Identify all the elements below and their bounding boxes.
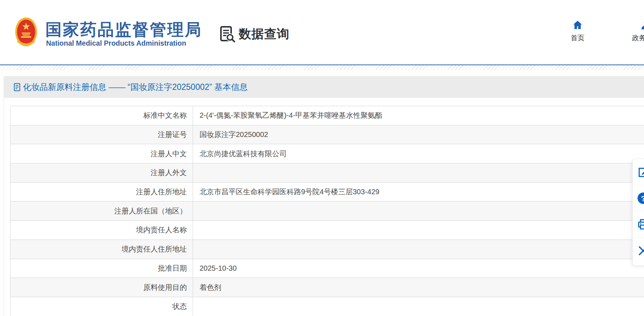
row-label: 注册人中文 (11, 144, 193, 163)
help-icon: ? (637, 192, 644, 205)
data-query-section[interactable]: 数据查询 (219, 25, 290, 43)
nav-label: 政务服务 (632, 33, 644, 43)
row-value: 2025-10-30 (193, 259, 644, 278)
row-label: 原料使用目的 (11, 278, 193, 297)
svg-text:?: ? (641, 194, 644, 202)
row-value (193, 163, 644, 182)
top-nav: 首页 政务服务 (558, 20, 644, 43)
brand-title-en: National Medical Products Administration (46, 39, 186, 47)
row-label: 注册证号 (11, 125, 193, 144)
row-value: 2-(4'-偶氮-苯胺聚氧乙烯醚)-4-甲基苯并噻唑基水性聚氨酯 (193, 106, 644, 125)
table-row: 境内责任人住所地址 (11, 240, 644, 259)
table-row: 境内责任人名称 (11, 221, 644, 240)
content-container: 化妆品新原料注册信息 —— “国妆原注字20250002” 基本信息 标准中文名… (4, 76, 644, 316)
hatch-stripe-band (0, 65, 644, 70)
edit-icon (637, 166, 644, 179)
row-value: 着色剂 (193, 278, 644, 297)
row-label: 状态 (11, 297, 193, 316)
row-value: 北京尚捷优蓝科技有限公司 (193, 144, 644, 163)
nav-item-services[interactable]: 政务服务 (626, 20, 644, 43)
page-title-bar: 化妆品新原料注册信息 —— “国妆原注字20250002” 基本信息 (4, 76, 644, 98)
registration-info-table: 标准中文名称2-(4'-偶氮-苯胺聚氧乙烯醚)-4-甲基苯并噻唑基水性聚氨酯注册… (10, 106, 644, 316)
table-row: 原料使用目的着色剂 (11, 278, 644, 297)
site-header: 国家药品监督管理局 National Medical Products Admi… (0, 0, 644, 65)
document-search-icon (219, 25, 236, 43)
table-row: 注册人住所地址北京市昌平区生命科学园医科路9号院4号楼三层303-429 (11, 183, 644, 202)
side-toolbar: ? (632, 159, 644, 266)
toolbar-button-close[interactable] (633, 238, 644, 264)
row-value (193, 240, 644, 259)
table-row: 注册证号国妆原注字20250002 (11, 125, 644, 145)
row-value (193, 221, 644, 240)
home-icon (572, 20, 583, 30)
toolbar-button-print[interactable] (633, 211, 644, 237)
table-row: 注册人中文北京尚捷优蓝科技有限公司 (11, 144, 644, 163)
row-value: 北京市昌平区生命科学园医科路9号院4号楼三层303-429 (193, 183, 644, 201)
row-value (193, 201, 644, 220)
brand-title-zh: 国家药品监督管理局 (45, 19, 202, 41)
row-label: 标准中文名称 (11, 106, 193, 125)
table-row: 状态 (11, 297, 644, 316)
row-label: 注册人所在国（地区） (11, 201, 193, 220)
toolbar-button-edit[interactable] (633, 159, 644, 185)
person-icon (640, 20, 644, 30)
document-icon (13, 83, 21, 91)
data-query-label: 数据查询 (239, 26, 290, 42)
table-row: 注册人外文 (11, 163, 644, 183)
row-label: 注册人外文 (11, 163, 193, 182)
page-title: 化妆品新原料注册信息 —— “国妆原注字20250002” 基本信息 (23, 82, 248, 93)
row-label: 注册人住所地址 (11, 183, 193, 201)
close-icon (637, 244, 644, 257)
national-emblem-icon (15, 17, 38, 49)
row-label: 境内责任人名称 (11, 221, 193, 240)
print-icon (637, 218, 644, 231)
table-row: 标准中文名称2-(4'-偶氮-苯胺聚氧乙烯醚)-4-甲基苯并噻唑基水性聚氨酯 (11, 106, 644, 125)
row-value: 国妆原注字20250002 (193, 125, 644, 144)
row-value (193, 297, 644, 316)
nav-item-home[interactable]: 首页 (558, 20, 598, 43)
nav-label: 首页 (571, 33, 584, 43)
toolbar-button-help[interactable]: ? (633, 185, 644, 211)
table-row: 注册人所在国（地区） (11, 201, 644, 221)
row-label: 批准日期 (11, 259, 193, 278)
table-row: 批准日期2025-10-30 (11, 259, 644, 278)
row-label: 境内责任人住所地址 (11, 240, 193, 259)
